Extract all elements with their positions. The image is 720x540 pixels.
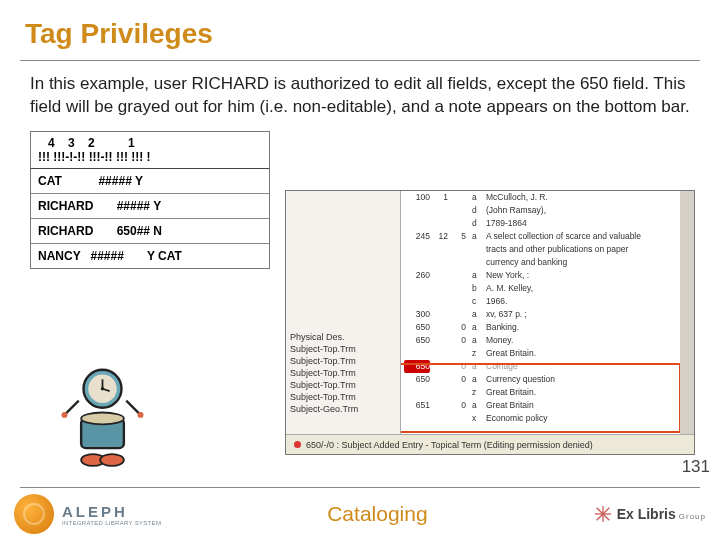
privilege-table-header: 4 3 2 1 !!! !!!-!-!! !!!-!! !!! !!! ! [31, 132, 269, 169]
record-line: 6500aCoinage [401, 360, 680, 373]
svg-line-9 [65, 401, 79, 415]
privilege-table: 4 3 2 1 !!! !!!-!-!! !!!-!! !!! !!! ! CA… [30, 131, 270, 269]
svg-point-11 [62, 412, 68, 418]
record-line: d(John Ramsay), [401, 204, 680, 217]
exlibris-name: Ex Libris [617, 506, 676, 522]
page-number: 131 [682, 457, 710, 477]
privilege-row: RICHARD 650## N [31, 219, 269, 244]
record-line: 6500aBanking. [401, 321, 680, 334]
record-line: xEconomic policy [401, 412, 680, 425]
record-right-panel: 1001aMcCulloch, J. R.d(John Ramsay),d178… [401, 191, 694, 434]
record-line: zGreat Britain. [401, 386, 680, 399]
record-line: tracts and other publications on paper [401, 243, 680, 256]
mascot-image [55, 350, 150, 475]
left-panel-label: Subject-Geo.Trm [286, 403, 400, 415]
exlibris-suffix: Group [679, 512, 706, 521]
record-line: 6500aMoney. [401, 334, 680, 347]
status-error-icon [294, 441, 301, 448]
scrollbar-up-icon[interactable] [682, 196, 693, 208]
record-line: zGreat Britain. [401, 347, 680, 360]
aleph-subtitle: INTEGRATED LIBRARY SYSTEM [62, 520, 161, 526]
left-panel-label: Subject-Top.Trm [286, 343, 400, 355]
exlibris-star-icon [594, 505, 612, 523]
status-text: 650/-/0 : Subject Added Entry - Topical … [306, 440, 593, 450]
privilege-row: NANCY ##### Y CAT [31, 244, 269, 268]
title-underline [20, 60, 700, 61]
privilege-row: RICHARD ##### Y [31, 194, 269, 219]
page-title: Tag Privileges [0, 0, 720, 60]
description-text: In this example, user RICHARD is authori… [0, 73, 720, 131]
scrollbar-down-icon[interactable] [682, 417, 693, 429]
left-panel-label: Subject-Top.Trm [286, 367, 400, 379]
exlibris-logo: Ex LibrisGroup [594, 505, 706, 523]
record-line: 245125aA select collection of scarce and… [401, 230, 680, 243]
svg-point-6 [81, 413, 124, 425]
record-line: 300axv, 637 p. ; [401, 308, 680, 321]
status-bar: 650/-/0 : Subject Added Entry - Topical … [286, 434, 694, 454]
left-panel-label: Subject-Top.Trm [286, 379, 400, 391]
left-panel-label: Physical Des. [286, 331, 400, 343]
record-line: 260aNew York, : [401, 269, 680, 282]
aleph-orb-icon [14, 494, 54, 534]
aleph-logo-text: ALEPH [62, 503, 161, 520]
footer: ALEPH INTEGRATED LIBRARY SYSTEM Catalogi… [0, 488, 720, 540]
record-line: 6500aCurrency question [401, 373, 680, 386]
record-line: bA. M. Kelley, [401, 282, 680, 295]
record-line: currency and banking [401, 256, 680, 269]
record-line: d1789-1864 [401, 217, 680, 230]
footer-center-title: Cataloging [161, 502, 593, 526]
svg-point-12 [138, 412, 144, 418]
svg-point-8 [100, 454, 124, 466]
record-left-panel: Physical Des.Subject-Top.TrmSubject-Top.… [286, 191, 401, 434]
record-line: 6510aGreat Britain [401, 399, 680, 412]
privilege-row: CAT ##### Y [31, 169, 269, 194]
record-line: 1001aMcCulloch, J. R. [401, 191, 680, 204]
record-line: c1966. [401, 295, 680, 308]
svg-line-10 [126, 401, 140, 415]
left-panel-label: Subject-Top.Trm [286, 355, 400, 367]
catalog-screenshot: Physical Des.Subject-Top.TrmSubject-Top.… [285, 190, 695, 455]
left-panel-label: Subject-Top.Trm [286, 391, 400, 403]
